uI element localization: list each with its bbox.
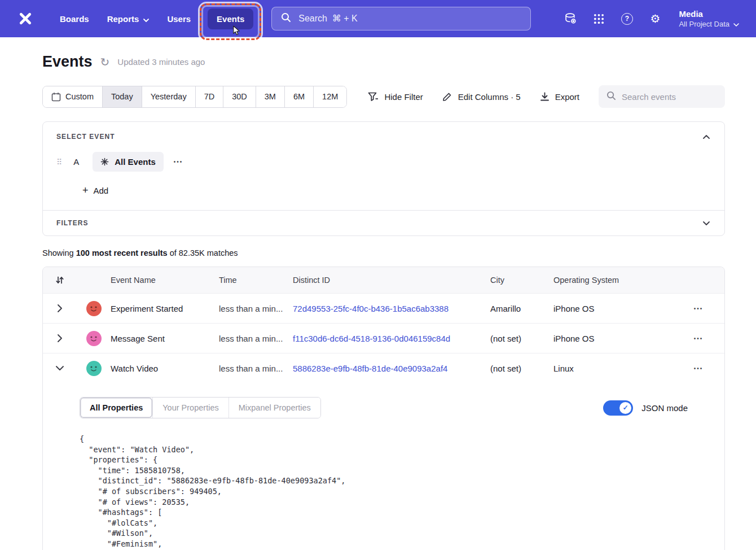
nav-item-events[interactable]: Events <box>208 8 253 29</box>
nav-users-label: Users <box>167 14 191 24</box>
project-subtitle: All Project Data <box>679 20 729 28</box>
range-12m-button[interactable]: 12M <box>313 86 346 107</box>
event-query-row: ⠿ A All Events ••• <box>56 152 711 172</box>
last-updated-text: Updated 3 minutes ago <box>117 57 205 67</box>
os-cell: Linux <box>553 364 673 373</box>
table-header-row: Event Name Time Distinct ID City Operati… <box>43 267 724 293</box>
range-3m-button[interactable]: 3M <box>256 86 284 107</box>
select-event-label: SELECT EVENT <box>56 133 115 141</box>
col-operating-system[interactable]: Operating System <box>553 276 673 285</box>
collapse-row-chevron-icon[interactable] <box>54 364 66 373</box>
query-builder-card: SELECT EVENT ⠿ A All Events ••• + Add FI… <box>42 121 725 236</box>
col-city[interactable]: City <box>490 276 553 285</box>
collapse-all-icon[interactable] <box>56 276 64 285</box>
help-question-glyph: ? <box>621 13 633 25</box>
data-management-icon[interactable] <box>564 12 577 25</box>
plus-icon: + <box>82 185 89 195</box>
event-row-more-button[interactable]: ••• <box>174 159 183 165</box>
event-name-cell: Message Sent <box>111 334 219 343</box>
nav-reports-label: Reports <box>107 14 139 24</box>
event-row-letter: A <box>73 157 79 167</box>
os-cell: iPhone OS <box>553 304 673 313</box>
user-avatar[interactable] <box>86 331 102 346</box>
events-table: Event Name Time Distinct ID City Operati… <box>42 267 725 550</box>
edit-columns-button[interactable]: Edit Columns · 5 <box>442 91 521 102</box>
table-row: Message Sent less than a min... f11c30d6… <box>43 323 724 353</box>
top-navbar: Boards Reports Users Events <box>0 0 756 37</box>
row-more-button[interactable]: ••• <box>694 365 704 372</box>
tab-all-properties[interactable]: All Properties <box>80 398 152 418</box>
row-more-button[interactable]: ••• <box>694 305 704 312</box>
range-7d-button[interactable]: 7D <box>195 86 223 107</box>
filters-section: FILTERS <box>43 211 724 235</box>
download-icon <box>540 92 550 102</box>
global-search[interactable] <box>271 7 531 30</box>
event-name-cell: Experiment Started <box>111 304 219 313</box>
results-count: 100 most recent results <box>76 248 168 257</box>
results-summary: Showing 100 most recent results of 82.35… <box>42 248 725 257</box>
add-event-button[interactable]: + Add <box>82 185 108 195</box>
event-name-cell: Watch Video <box>111 364 219 373</box>
time-cell: less than a min... <box>219 334 293 343</box>
event-detail-panel: All Properties Your Properties Mixpanel … <box>43 383 724 550</box>
apps-grid-icon[interactable] <box>592 12 605 25</box>
json-mode-toggle[interactable]: ✓ <box>603 400 633 416</box>
city-cell: (not set) <box>490 334 553 343</box>
user-avatar[interactable] <box>86 361 102 376</box>
event-selector-chip[interactable]: All Events <box>93 152 164 172</box>
hide-filter-button[interactable]: Hide Filter <box>368 92 423 102</box>
range-today-button[interactable]: Today <box>102 86 142 107</box>
refresh-icon[interactable]: ↻ <box>100 55 110 69</box>
distinct-id-link[interactable]: f11c30d6-dc6d-4518-9136-0d046159c84d <box>293 334 490 343</box>
settings-gear-icon[interactable]: ⚙ <box>648 12 662 25</box>
search-events-input[interactable] <box>622 92 734 102</box>
chevron-down-icon[interactable] <box>702 220 711 226</box>
range-30d-button[interactable]: 30D <box>223 86 256 107</box>
range-yesterday-button[interactable]: Yesterday <box>142 86 195 107</box>
nav-item-users[interactable]: Users <box>158 8 200 29</box>
nav-boards-label: Boards <box>60 14 89 24</box>
global-search-input[interactable] <box>298 14 521 24</box>
chevron-down-icon <box>733 20 739 28</box>
help-icon[interactable]: ? <box>620 12 634 25</box>
time-cell: less than a min... <box>219 364 293 373</box>
tab-your-properties[interactable]: Your Properties <box>152 398 228 418</box>
calendar-icon <box>51 92 61 102</box>
export-button[interactable]: Export <box>540 92 579 102</box>
json-mode-label: JSON mode <box>641 403 688 413</box>
all-events-sparkle-icon <box>100 158 109 166</box>
range-custom-button[interactable]: Custom <box>43 86 102 107</box>
col-time[interactable]: Time <box>219 276 293 285</box>
page-title: Events <box>42 53 93 71</box>
col-distinct-id[interactable]: Distinct ID <box>293 276 490 285</box>
user-avatar[interactable] <box>86 301 102 316</box>
chevron-up-icon[interactable] <box>702 134 711 140</box>
os-cell: iPhone OS <box>553 334 673 343</box>
project-switcher[interactable]: Media All Project Data <box>679 9 739 28</box>
distinct-id-link[interactable]: 5886283e-e9fb-48fb-81de-40e9093a2af4 <box>293 364 490 373</box>
date-range-picker: Custom Today Yesterday 7D 30D 3M 6M 12M <box>42 86 347 108</box>
properties-tabs: All Properties Your Properties Mixpanel … <box>80 397 321 418</box>
project-name: Media <box>679 9 739 19</box>
expand-row-chevron-icon[interactable] <box>55 332 64 344</box>
pencil-icon <box>442 91 452 102</box>
tab-mixpanel-properties[interactable]: Mixpanel Properties <box>228 398 320 418</box>
filter-funnel-icon <box>368 92 379 102</box>
toggle-check-icon: ✓ <box>619 402 631 414</box>
city-cell: Amarillo <box>490 304 553 313</box>
time-cell: less than a min... <box>219 304 293 313</box>
mixpanel-logo[interactable] <box>17 10 34 27</box>
nav-events-label: Events <box>217 14 244 24</box>
search-events-box[interactable] <box>599 85 725 108</box>
expand-row-chevron-icon[interactable] <box>55 302 64 315</box>
city-cell: (not set) <box>490 364 553 373</box>
search-icon <box>606 91 616 103</box>
drag-handle-icon[interactable]: ⠿ <box>56 158 62 167</box>
range-6m-button[interactable]: 6M <box>284 86 313 107</box>
chevron-down-icon <box>143 14 149 24</box>
row-more-button[interactable]: ••• <box>694 335 704 342</box>
nav-item-boards[interactable]: Boards <box>51 8 98 29</box>
nav-item-reports[interactable]: Reports <box>98 8 159 29</box>
distinct-id-link[interactable]: 72d49553-25fc-4f0c-b436-1b5ac6ab3388 <box>293 304 490 313</box>
col-event-name[interactable]: Event Name <box>111 276 219 285</box>
